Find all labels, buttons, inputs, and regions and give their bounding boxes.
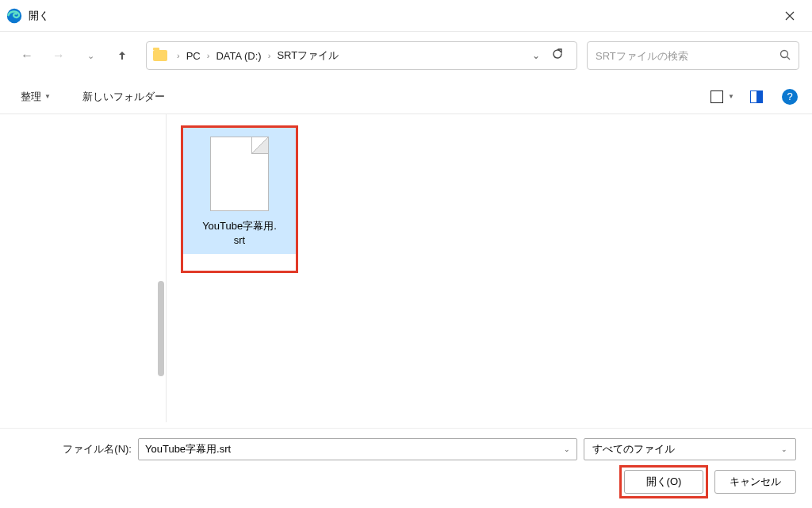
organize-menu[interactable]: 整理▼ <box>14 87 57 107</box>
help-button[interactable]: ? <box>782 89 798 105</box>
open-button[interactable]: 開く(O) <box>624 470 703 494</box>
search-box[interactable] <box>587 41 799 70</box>
recent-dropdown[interactable]: ⌄ <box>76 41 105 70</box>
sidebar-scrollbar[interactable] <box>158 281 164 376</box>
file-icon <box>210 137 269 211</box>
edge-icon <box>6 8 22 24</box>
search-input[interactable] <box>596 50 779 62</box>
cancel-button[interactable]: キャンセル <box>714 470 796 494</box>
up-button[interactable] <box>108 41 136 70</box>
breadcrumb-drive[interactable]: DATA (D:) <box>213 48 264 64</box>
view-mode-dropdown[interactable]: ▼ <box>728 93 734 100</box>
breadcrumb-sep: › <box>174 51 183 60</box>
toolbar: 整理▼ 新しいフォルダー ▼ ? <box>0 79 812 114</box>
breadcrumb-sep: › <box>265 51 274 60</box>
file-type-select[interactable]: すべてのファイル ⌄ <box>584 438 796 460</box>
back-button[interactable]: ← <box>13 41 41 70</box>
filename-dropdown[interactable]: ⌄ <box>564 445 570 453</box>
window-title: 開く <box>29 9 774 23</box>
filename-input[interactable] <box>145 444 564 456</box>
search-icon <box>779 49 791 63</box>
nav-bar: ← → ⌄ › PC › DATA (D:) › SRTファイル ⌄ <box>0 32 812 79</box>
filename-combobox[interactable]: ⌄ <box>138 438 577 460</box>
nav-sidebar[interactable] <box>0 114 167 422</box>
view-mode-icon[interactable] <box>710 90 723 103</box>
title-bar: 開く <box>0 0 812 32</box>
dialog-footer: ファイル名(N): ⌄ すべてのファイル ⌄ 開く(O) キャンセル <box>0 428 812 508</box>
breadcrumb-sep: › <box>204 51 213 60</box>
breadcrumb-folder[interactable]: SRTファイル <box>274 47 342 64</box>
svg-point-1 <box>781 50 788 57</box>
forward-button[interactable]: → <box>44 41 73 70</box>
preview-pane-toggle[interactable] <box>750 90 763 103</box>
chevron-down-icon: ⌄ <box>781 445 787 453</box>
file-name: YouTube字幕用. srt <box>182 219 297 248</box>
address-bar[interactable]: › PC › DATA (D:) › SRTファイル ⌄ <box>146 41 577 70</box>
breadcrumb-pc[interactable]: PC <box>183 48 204 64</box>
file-list[interactable]: YouTube字幕用. srt <box>167 114 812 422</box>
close-button[interactable] <box>774 0 806 32</box>
folder-icon <box>153 50 167 61</box>
content-area: YouTube字幕用. srt <box>0 114 812 422</box>
file-item[interactable]: YouTube字幕用. srt <box>182 127 297 254</box>
refresh-button[interactable] <box>545 48 570 64</box>
filename-label: ファイル名(N): <box>59 442 132 456</box>
address-dropdown[interactable]: ⌄ <box>527 50 545 61</box>
new-folder-button[interactable]: 新しいフォルダー <box>76 87 171 107</box>
